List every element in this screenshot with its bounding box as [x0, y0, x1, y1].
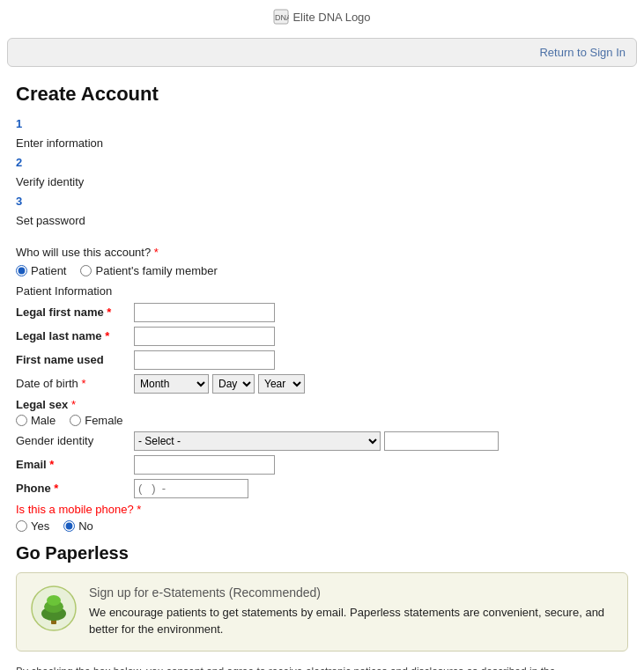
email-row: Email * — [16, 455, 628, 475]
email-input[interactable] — [134, 455, 275, 475]
no-radio-label[interactable]: No — [63, 519, 93, 533]
phone-row: Phone * — [16, 479, 628, 498]
gender-identity-select[interactable]: - Select - Male Female Non-binary Transg… — [134, 431, 381, 451]
patient-radio-label[interactable]: Patient — [16, 264, 66, 277]
step-3-number: 3 — [16, 195, 22, 208]
required-star-phone: * — [54, 482, 58, 495]
female-label: Female — [85, 414, 122, 427]
yes-radio[interactable] — [16, 520, 27, 532]
form-section: Who will use this account? * Patient Pat… — [16, 246, 628, 670]
paperless-body: We encourage patients to get statements … — [89, 604, 613, 638]
step-1: 1 Enter information — [16, 114, 628, 153]
family-member-label: Patient's family member — [95, 264, 217, 277]
return-to-sign-in-link[interactable]: Return to Sign In — [539, 46, 625, 59]
legal-first-name-row: Legal first name * — [16, 303, 628, 322]
no-radio[interactable] — [63, 520, 75, 532]
phone-label: Phone * — [16, 482, 130, 495]
required-star-email: * — [49, 458, 54, 471]
required-star-first: * — [107, 306, 111, 319]
yes-label: Yes — [31, 519, 49, 533]
dob-day-select[interactable]: Day 12345 678910 1112131415 1617181920 2… — [212, 374, 255, 394]
legal-last-name-label: Legal last name * — [16, 329, 130, 342]
required-star-last: * — [105, 329, 109, 342]
step-2-label: Verify identity — [16, 175, 84, 188]
gender-identity-label: Gender identity — [16, 434, 130, 447]
steps: 1 Enter information 2 Verify identity 3 … — [16, 114, 628, 232]
gender-identity-row: Gender identity - Select - Male Female N… — [16, 431, 628, 451]
dob-row: Date of birth * Month JanuaryFebruaryMar… — [16, 374, 628, 394]
male-label: Male — [31, 414, 56, 427]
legal-first-name-label: Legal first name * — [16, 306, 130, 319]
logo-area: DNA Elite DNA Logo — [0, 0, 644, 31]
required-star-account: * — [154, 246, 159, 259]
first-name-used-input[interactable] — [134, 350, 275, 370]
step-3-label: Set password — [16, 214, 85, 227]
step-2: 2 Verify identity — [16, 153, 628, 192]
legal-first-name-input[interactable] — [134, 303, 275, 322]
patient-info-label: Patient Information — [16, 284, 628, 298]
legal-sex-options: Male Female — [16, 414, 628, 427]
account-type-radio-group: Patient Patient's family member — [16, 264, 628, 277]
svg-point-6 — [47, 595, 61, 606]
mobile-radio-group: Yes No — [16, 519, 628, 533]
dob-year-select[interactable]: Year 2024202320102000 199019801970196019… — [258, 374, 305, 394]
step-1-label: Enter information — [16, 136, 103, 150]
consent-text: By checking the box below, you consent a… — [16, 664, 628, 670]
yes-radio-label[interactable]: Yes — [16, 519, 49, 533]
first-name-used-row: First name used — [16, 350, 628, 370]
family-member-radio-label[interactable]: Patient's family member — [80, 264, 217, 277]
female-radio-label[interactable]: Female — [70, 414, 122, 427]
legal-last-name-row: Legal last name * — [16, 327, 628, 346]
paperless-box: Sign up for e-Statements (Recommended) W… — [16, 572, 628, 652]
legal-last-name-input[interactable] — [134, 327, 275, 346]
required-star-sex: * — [71, 398, 76, 411]
account-question: Who will use this account? * — [16, 246, 628, 259]
paperless-text: Sign up for e-Statements (Recommended) W… — [89, 585, 613, 638]
logo-icon: DNA — [273, 9, 289, 25]
email-label: Email * — [16, 458, 130, 471]
tree-icon — [31, 585, 77, 631]
paperless-title: Go Paperless — [16, 543, 628, 563]
first-name-used-label: First name used — [16, 353, 130, 366]
dob-label: Date of birth * — [16, 377, 130, 390]
male-radio-label[interactable]: Male — [16, 414, 56, 427]
step-3: 3 Set password — [16, 192, 628, 231]
paperless-heading: Sign up for e-Statements (Recommended) — [89, 585, 613, 600]
female-radio[interactable] — [70, 415, 81, 426]
dob-month-select[interactable]: Month JanuaryFebruaryMarch AprilMayJune … — [134, 374, 209, 394]
gender-identity-text-input[interactable] — [384, 431, 499, 451]
top-bar: Return to Sign In — [7, 38, 637, 67]
step-1-number: 1 — [16, 117, 22, 130]
mobile-question: Is this a mobile phone? * — [16, 503, 628, 516]
required-star-mobile: * — [137, 503, 141, 516]
logo-text: Elite DNA Logo — [292, 11, 370, 24]
patient-label: Patient — [31, 264, 66, 277]
male-radio[interactable] — [16, 415, 27, 426]
legal-sex-label: Legal sex — [16, 398, 68, 411]
page-title: Create Account — [16, 83, 628, 106]
legal-sex-row: Legal sex * Male Female — [16, 398, 628, 427]
step-2-number: 2 — [16, 156, 22, 169]
phone-input[interactable] — [134, 479, 248, 498]
svg-text:DNA: DNA — [275, 13, 289, 22]
family-member-radio[interactable] — [80, 265, 92, 276]
patient-radio[interactable] — [16, 265, 27, 276]
no-label: No — [78, 519, 93, 533]
required-star-dob: * — [81, 377, 85, 390]
main-content: Create Account 1 Enter information 2 Ver… — [0, 74, 644, 670]
